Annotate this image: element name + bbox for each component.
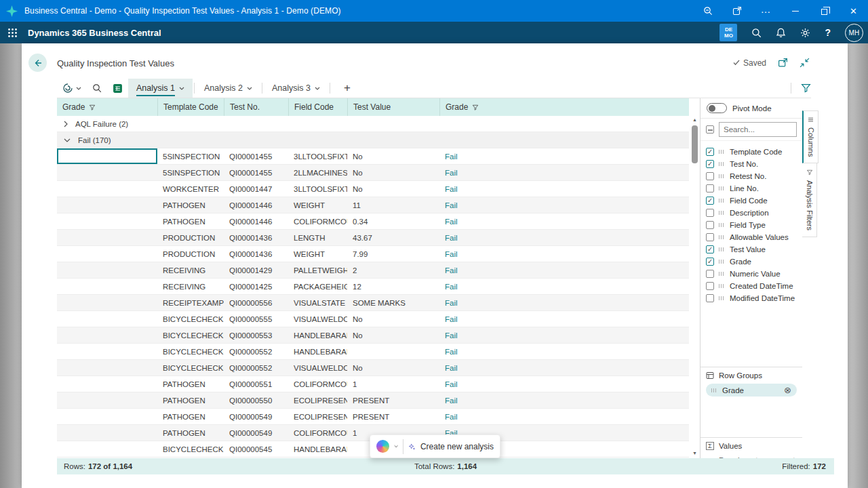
grade-value-cell[interactable]: Fail — [439, 165, 689, 180]
grade-group-cell[interactable] — [57, 230, 157, 245]
grade-value-cell[interactable]: Fail — [439, 148, 689, 164]
template-code-cell[interactable]: BICYCLECHECKLIST — [157, 441, 224, 457]
field-checkbox[interactable] — [706, 270, 714, 278]
table-row[interactable]: BICYCLECHECKLIST QI00000553 HANDLEBARALI… — [57, 327, 689, 344]
grade-group-cell[interactable] — [57, 441, 157, 457]
grade-group-cell[interactable] — [57, 279, 157, 294]
table-row[interactable]: RECEIVING QI00001429 PALLETWEIGHT 2 Fail — [57, 262, 689, 279]
popout-window-icon[interactable] — [722, 0, 751, 22]
grade-group-cell[interactable] — [57, 360, 157, 375]
test-no-cell[interactable]: QI00000550 — [224, 392, 288, 408]
field-checkbox[interactable] — [706, 294, 714, 302]
table-row[interactable]: PATHOGEN QI00001446 WEIGHT 11 Fail — [57, 197, 689, 214]
test-no-cell[interactable]: QI00000549 — [224, 409, 288, 424]
drag-handle-icon[interactable] — [719, 174, 725, 178]
column-field-item[interactable]: Numeric Value — [701, 268, 802, 280]
template-code-cell[interactable]: PATHOGEN — [157, 376, 224, 392]
test-no-cell[interactable]: QI00000545 — [224, 441, 288, 457]
template-code-cell[interactable]: 5SINSPECTION — [157, 165, 224, 180]
drag-handle-icon[interactable] — [719, 150, 725, 154]
test-no-cell[interactable]: QI00001447 — [224, 181, 288, 197]
help-icon[interactable]: ? — [825, 27, 831, 38]
grade-group-cell[interactable] — [57, 262, 157, 278]
column-field-item[interactable]: Template Code — [701, 146, 802, 158]
chevron-down-icon[interactable] — [394, 445, 398, 448]
field-code-cell[interactable]: HANDLEBARALIG... — [288, 327, 347, 343]
share-popout-icon[interactable] — [778, 58, 788, 68]
column-field-item[interactable]: Retest No. — [701, 170, 802, 182]
drag-handle-icon[interactable] — [719, 211, 725, 215]
tab-analysis-1[interactable]: Analysis 1 — [128, 79, 193, 98]
window-more-button[interactable]: … — [751, 0, 781, 22]
drag-handle-icon[interactable] — [711, 388, 717, 392]
field-code-cell[interactable]: LENGTH — [288, 230, 347, 245]
drag-handle-icon[interactable] — [719, 284, 725, 288]
group-row-aql-failure[interactable]: AQL Failure (2) — [57, 116, 689, 132]
grade-group-cell[interactable] — [57, 344, 157, 359]
chevron-right-icon[interactable] — [64, 121, 68, 127]
field-code-cell[interactable]: VISUALSTATE — [288, 295, 347, 310]
grade-group-cell[interactable] — [57, 181, 157, 197]
drag-handle-icon[interactable] — [719, 199, 725, 203]
test-no-cell[interactable]: QI00000552 — [224, 344, 288, 359]
test-value-cell[interactable]: 11 — [347, 197, 439, 213]
grade-value-cell[interactable]: Fail — [439, 360, 689, 375]
column-header-grade-value[interactable]: Grade — [439, 98, 689, 116]
grade-value-cell[interactable]: Fail — [439, 327, 689, 343]
field-checkbox[interactable] — [706, 148, 714, 156]
field-checkbox[interactable] — [706, 282, 714, 290]
table-row[interactable]: RECEIVING QI00001425 PACKAGEHEIGHT 12 Fa… — [57, 279, 689, 295]
remove-row-group-icon[interactable]: ⊗ — [784, 386, 791, 394]
template-code-cell[interactable]: PATHOGEN — [157, 425, 224, 441]
template-code-cell[interactable]: PRODUCTION — [157, 246, 224, 262]
column-header-grade[interactable]: Grade — [57, 98, 157, 116]
tab-analysis-filters[interactable]: Analysis Filters — [802, 163, 817, 237]
grade-value-cell[interactable]: Fail — [439, 311, 689, 327]
field-checkbox[interactable] — [706, 184, 714, 192]
scroll-down-icon[interactable]: ▼ — [690, 451, 699, 455]
template-code-cell[interactable]: WORKCENTER — [157, 181, 224, 197]
field-checkbox[interactable] — [706, 197, 714, 205]
column-field-item[interactable]: Test Value — [701, 243, 802, 256]
template-code-cell[interactable]: BICYCLECHECKLIST — [157, 327, 224, 343]
grade-value-cell[interactable]: Fail — [439, 262, 689, 278]
column-field-item[interactable]: Field Type — [701, 219, 802, 231]
grade-group-cell[interactable] — [57, 409, 157, 424]
grade-value-cell[interactable]: Fail — [439, 344, 689, 359]
field-code-cell[interactable]: COLIFORMCOUNT — [288, 214, 347, 229]
field-code-cell[interactable]: VISUALWELDCHE... — [288, 360, 347, 375]
grid-scrollbar[interactable]: ▲ ▼ — [690, 116, 699, 458]
environment-badge[interactable]: DEMO — [719, 24, 737, 41]
scroll-up-icon[interactable]: ▲ — [690, 117, 699, 122]
minimize-button[interactable] — [781, 0, 810, 22]
field-checkbox[interactable] — [706, 233, 714, 241]
waffle-menu-icon[interactable] — [7, 28, 18, 38]
table-row[interactable]: BICYCLECHECKLIST QI00000552 VISUALWELDCH… — [57, 360, 689, 376]
drag-handle-icon[interactable] — [719, 247, 725, 251]
drag-handle-icon[interactable] — [719, 296, 725, 300]
column-field-item[interactable]: Modified DateTime — [701, 292, 802, 304]
grade-group-cell[interactable] — [57, 311, 157, 327]
column-field-item[interactable]: Description — [701, 207, 802, 219]
test-value-cell[interactable]: No — [347, 181, 439, 197]
grade-group-cell[interactable] — [57, 392, 157, 408]
column-field-item[interactable]: Field Code — [701, 195, 802, 207]
test-no-cell[interactable]: QI00000555 — [224, 311, 288, 327]
field-code-cell[interactable]: ECOLIPRESENT — [288, 409, 347, 424]
column-field-item[interactable]: Allowable Values — [701, 231, 802, 243]
template-code-cell[interactable]: PATHOGEN — [157, 214, 224, 229]
filter-funnel-icon[interactable] — [801, 83, 811, 93]
grade-group-cell[interactable] — [57, 148, 157, 164]
grade-group-cell[interactable] — [57, 165, 157, 180]
grade-value-cell[interactable]: Fail — [439, 214, 689, 229]
test-no-cell[interactable]: QI00000549 — [224, 425, 288, 441]
test-no-cell[interactable]: QI00000551 — [224, 376, 288, 392]
template-code-cell[interactable]: BICYCLECHECKLIST — [157, 344, 224, 359]
test-no-cell[interactable]: QI00000553 — [224, 327, 288, 343]
collapse-icon[interactable] — [800, 58, 810, 68]
test-value-cell[interactable]: PRESENT — [347, 392, 439, 408]
table-row[interactable]: PRODUCTION QI00001436 WEIGHT 7.99 Fail — [57, 246, 689, 262]
grade-group-cell[interactable] — [57, 327, 157, 343]
select-all-checkbox[interactable] — [706, 125, 714, 134]
field-checkbox[interactable] — [706, 258, 714, 266]
